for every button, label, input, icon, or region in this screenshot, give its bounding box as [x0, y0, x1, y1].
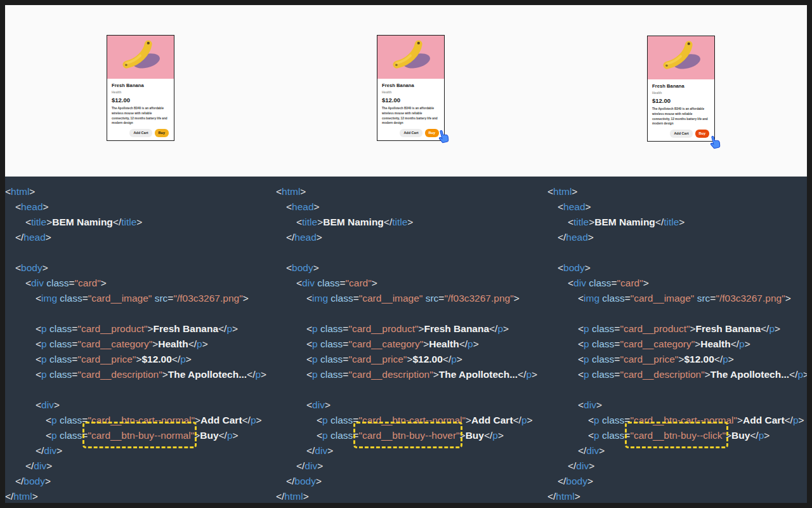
code-line: <p class="card__btn-cart--normal">Add Ca…: [276, 413, 547, 428]
code-token: Buy: [731, 430, 750, 441]
code-token: >: [737, 415, 743, 425]
code-token: The Apollotech...: [439, 369, 518, 380]
code-token: <: [558, 201, 563, 212]
product-description: The Apollotech B340 is an affordable wir…: [382, 106, 440, 126]
code-token: >: [726, 430, 731, 441]
code-token: >: [473, 338, 479, 349]
code-token: head: [23, 232, 45, 243]
code-token: <: [558, 262, 563, 273]
code-token: div: [586, 445, 599, 456]
code-token: p: [759, 430, 764, 441]
card-body: Fresh Banana Health $12.00 The Apollotec…: [107, 79, 174, 137]
code-line: <p class="card__btn-cart--normal">Add Ca…: [547, 413, 812, 428]
code-token: </: [714, 354, 723, 364]
code-token: >: [202, 338, 208, 349]
code-line: <div class="card">: [5, 276, 276, 291]
code-line: </div>: [276, 458, 547, 474]
card-buttons: Add Cart Buy: [652, 130, 710, 138]
code-token: <: [578, 338, 584, 349]
code-line: <p class="card__category">Health</p>: [5, 337, 276, 352]
code-line: </div>: [547, 458, 812, 474]
code-token: >: [194, 430, 200, 441]
code-token: >: [195, 415, 200, 425]
code-line: [547, 245, 812, 260]
code-token: html: [11, 186, 29, 197]
code-token: div: [302, 277, 315, 288]
code-token: p: [227, 430, 233, 441]
code-token: class: [328, 415, 353, 425]
code-token: title: [302, 217, 317, 227]
code-token: <: [306, 369, 312, 380]
code-line: <body>: [276, 260, 547, 276]
code-token: >: [316, 476, 322, 486]
code-token: <: [25, 277, 31, 288]
code-token: img: [584, 293, 599, 304]
code-token: >: [596, 399, 602, 410]
code-token: "card__category": [77, 338, 152, 349]
code-line: <p class="card__category">Health</p>: [276, 337, 547, 352]
code-line: [547, 382, 812, 398]
highlighted-buy-modifier-class: "card__btn-buy--click": [630, 428, 726, 443]
code-token: div: [44, 445, 56, 456]
code-token: src: [152, 293, 167, 304]
code-token: <: [36, 399, 41, 410]
code-token: p: [312, 338, 318, 349]
code-token: div: [312, 399, 325, 410]
code-token: >: [775, 323, 780, 334]
code-token: p: [312, 354, 318, 364]
code-token: p: [594, 415, 599, 425]
code-token: >: [300, 186, 306, 197]
code-token: </: [518, 369, 526, 380]
code-token: "card": [617, 277, 643, 288]
code-token: <: [36, 323, 41, 334]
code-token: class: [318, 338, 343, 349]
code-token: html: [13, 491, 32, 502]
code-token: title: [121, 217, 136, 227]
code-token: <: [306, 399, 312, 410]
code-token: class: [589, 354, 615, 364]
buy-button-hover[interactable]: Buy: [425, 129, 439, 137]
code-token: >: [43, 201, 49, 212]
code-token: </: [443, 354, 451, 364]
code-token: p: [793, 415, 799, 425]
code-token: class: [57, 293, 82, 304]
code-token: </: [172, 354, 180, 364]
buy-button-click[interactable]: Buy: [695, 130, 709, 138]
buy-button-normal[interactable]: Buy: [155, 129, 169, 137]
code-token: >: [232, 323, 238, 334]
code-token: </: [296, 460, 304, 471]
code-token: >: [54, 399, 60, 410]
code-section: <html><head><title>BEM Naming</title></h…: [5, 177, 807, 503]
code-token: p: [41, 354, 47, 364]
code-line: <html>: [276, 184, 547, 199]
code-token: "card__btn-cart--normal": [630, 415, 737, 425]
code-token: </: [15, 232, 23, 243]
code-token: >: [803, 369, 809, 380]
code-token: >: [162, 369, 168, 380]
code-token: >: [705, 369, 710, 380]
code-token: </: [113, 217, 121, 227]
code-token: class: [599, 293, 625, 304]
code-line: <p class="card__description">The Apollot…: [547, 367, 812, 382]
product-description: The Apollotech B340 is an affordable wir…: [112, 106, 169, 126]
code-token: =: [353, 293, 359, 304]
code-line: <p class="card__btn-buy--normal">Buy</p>: [5, 428, 276, 443]
add-cart-button[interactable]: Add Cart: [400, 129, 422, 137]
code-token: p: [251, 415, 256, 425]
code-token: p: [584, 369, 589, 380]
code-token: >: [317, 232, 322, 243]
code-token: Health: [700, 338, 730, 349]
code-line: <p class="card__price">$12.00</p>: [547, 352, 812, 367]
code-token: div: [584, 399, 596, 410]
code-column-3: <html><head><title>BEM Naming</title></h…: [547, 184, 812, 504]
product-description: The Apollotech B340 is an affordable wir…: [652, 107, 710, 126]
code-token: >: [186, 354, 192, 364]
code-token: >: [643, 277, 649, 288]
code-token: class: [44, 277, 69, 288]
add-cart-button[interactable]: Add Cart: [129, 129, 152, 137]
add-cart-button[interactable]: Add Cart: [670, 130, 692, 138]
code-token: >: [785, 293, 791, 304]
code-token: class: [47, 369, 72, 380]
code-token: >: [764, 430, 769, 441]
code-token: </: [276, 491, 284, 502]
